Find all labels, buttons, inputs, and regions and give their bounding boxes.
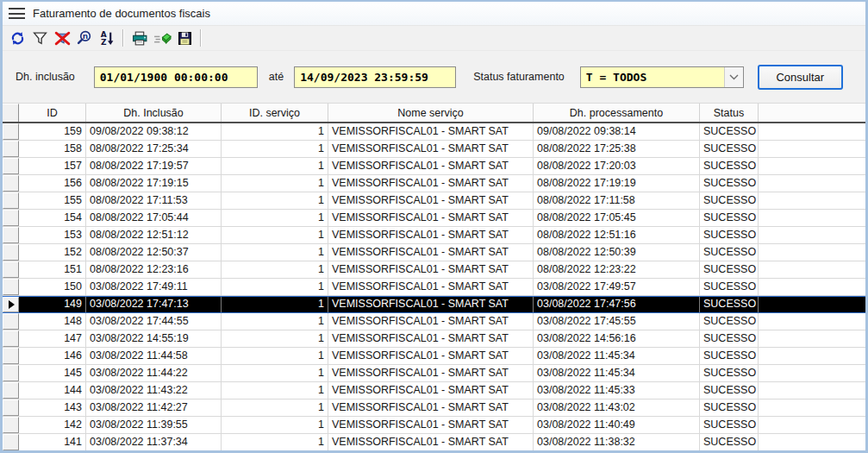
column-header[interactable]: Dh. processamento xyxy=(534,104,700,122)
grid-cell[interactable]: 03/08/2022 11:42:27 xyxy=(86,400,222,416)
grid-cell[interactable]: 09/08/2022 09:38:12 xyxy=(86,123,222,140)
grid-cell[interactable]: 1 xyxy=(222,382,328,399)
grid-cell[interactable]: VEMISSORFISCAL01 - SMART SAT xyxy=(328,297,534,312)
grid-cell[interactable]: 150 xyxy=(19,279,86,295)
table-row[interactable]: 15708/08/2022 17:19:571VEMISSORFISCAL01 … xyxy=(3,158,865,175)
grid-cell[interactable]: 08/08/2022 17:11:53 xyxy=(86,192,222,209)
grid-cell[interactable]: VEMISSORFISCAL01 - SMART SAT xyxy=(328,434,534,450)
grid-cell[interactable]: VEMISSORFISCAL01 - SMART SAT xyxy=(328,261,534,278)
grid-cell[interactable]: VEMISSORFISCAL01 - SMART SAT xyxy=(328,227,534,243)
grid-cell[interactable]: VEMISSORFISCAL01 - SMART SAT xyxy=(328,210,534,226)
filter-button[interactable] xyxy=(29,28,50,48)
grid-cell[interactable]: 03/08/2022 11:43:02 xyxy=(534,400,700,416)
consultar-button[interactable]: Consultar xyxy=(758,65,843,90)
grid-cell[interactable]: 153 xyxy=(19,227,86,243)
grid-cell[interactable]: SUCESSO xyxy=(700,227,759,243)
dh-inclusao-to-input[interactable]: 14/09/2023 23:59:59 xyxy=(294,66,456,88)
table-row[interactable]: 15608/08/2022 17:19:151VEMISSORFISCAL01 … xyxy=(3,175,865,192)
grid-cell[interactable]: 08/08/2022 17:19:19 xyxy=(534,175,700,192)
grid-cell[interactable]: 142 xyxy=(19,417,86,433)
grid-cell[interactable]: 08/08/2022 12:51:12 xyxy=(86,227,222,243)
grid-cell[interactable]: 1 xyxy=(222,123,328,140)
table-row[interactable]: 15208/08/2022 12:50:371VEMISSORFISCAL01 … xyxy=(3,244,865,261)
grid-cell[interactable]: 08/08/2022 17:05:45 xyxy=(534,210,700,226)
table-row[interactable]: 15808/08/2022 17:25:341VEMISSORFISCAL01 … xyxy=(3,141,865,158)
grid-cell[interactable]: SUCESSO xyxy=(700,382,759,399)
grid-cell[interactable]: 1 xyxy=(222,400,328,416)
table-row[interactable]: 15408/08/2022 17:05:441VEMISSORFISCAL01 … xyxy=(3,210,865,227)
column-header[interactable]: ID. serviço xyxy=(222,104,328,122)
column-header[interactable]: ID xyxy=(19,104,86,122)
grid-cell[interactable]: 1 xyxy=(222,279,328,295)
grid-cell[interactable]: SUCESSO xyxy=(700,417,759,433)
grid-cell[interactable]: 149 xyxy=(19,297,86,312)
grid-cell[interactable]: 1 xyxy=(222,313,328,330)
grid-cell[interactable]: 158 xyxy=(19,141,86,157)
grid-cell[interactable]: 03/08/2022 17:44:55 xyxy=(86,313,222,330)
grid-cell[interactable]: 154 xyxy=(19,210,86,226)
table-row[interactable]: 15508/08/2022 17:11:531VEMISSORFISCAL01 … xyxy=(3,192,865,210)
grid-cell[interactable]: 03/08/2022 17:49:11 xyxy=(86,279,222,295)
grid-cell[interactable]: SUCESSO xyxy=(700,123,759,140)
grid-cell[interactable]: SUCESSO xyxy=(700,365,759,381)
grid-cell[interactable]: 1 xyxy=(222,417,328,433)
table-row[interactable]: 15909/08/2022 09:38:121VEMISSORFISCAL01 … xyxy=(3,123,865,141)
grid-cell[interactable]: 145 xyxy=(19,365,86,381)
grid-cell[interactable]: 03/08/2022 14:56:16 xyxy=(534,330,700,347)
column-header[interactable]: Dh. Inclusão xyxy=(86,104,222,122)
grid-cell[interactable]: SUCESSO xyxy=(700,210,759,226)
grid-cell[interactable]: 1 xyxy=(222,261,328,278)
grid-cell[interactable]: 155 xyxy=(19,192,86,209)
table-row[interactable]: 14203/08/2022 11:39:551VEMISSORFISCAL01 … xyxy=(3,417,865,434)
find-button[interactable]: n xyxy=(74,28,95,48)
grid-cell[interactable]: SUCESSO xyxy=(700,297,759,312)
grid-cell[interactable]: VEMISSORFISCAL01 - SMART SAT xyxy=(328,175,534,192)
grid-cell[interactable]: 1 xyxy=(222,141,328,157)
grid-cell[interactable]: 1 xyxy=(222,158,328,174)
grid-cell[interactable]: 03/08/2022 11:40:49 xyxy=(534,417,700,433)
column-header[interactable]: Nome serviço xyxy=(328,104,534,122)
grid-cell[interactable]: 1 xyxy=(222,348,328,364)
print-button[interactable] xyxy=(129,28,150,48)
menu-icon[interactable] xyxy=(9,8,25,19)
grid-cell[interactable]: SUCESSO xyxy=(700,330,759,347)
grid-cell[interactable]: 08/08/2022 12:50:37 xyxy=(86,244,222,261)
grid-cell[interactable]: VEMISSORFISCAL01 - SMART SAT xyxy=(328,330,534,347)
grid-cell[interactable]: 08/08/2022 12:51:16 xyxy=(534,227,700,243)
table-row[interactable]: 15003/08/2022 17:49:111VEMISSORFISCAL01 … xyxy=(3,279,865,296)
grid-cell[interactable]: SUCESSO xyxy=(700,261,759,278)
grid-cell[interactable]: 03/08/2022 11:44:22 xyxy=(86,365,222,381)
grid-cell[interactable]: VEMISSORFISCAL01 - SMART SAT xyxy=(328,279,534,295)
grid-cell[interactable]: 03/08/2022 17:49:57 xyxy=(534,279,700,295)
table-row[interactable]: 15308/08/2022 12:51:121VEMISSORFISCAL01 … xyxy=(3,227,865,244)
grid-cell[interactable]: 08/08/2022 12:50:39 xyxy=(534,244,700,261)
grid-cell[interactable]: SUCESSO xyxy=(700,279,759,295)
grid-cell[interactable]: 08/08/2022 17:25:38 xyxy=(534,141,700,157)
grid-cell[interactable]: 141 xyxy=(19,434,86,450)
grid-cell[interactable]: 144 xyxy=(19,382,86,399)
grid-cell[interactable]: 143 xyxy=(19,400,86,416)
save-button[interactable] xyxy=(174,28,195,48)
table-row[interactable]: 14503/08/2022 11:44:221VEMISSORFISCAL01 … xyxy=(3,365,865,382)
grid-cell[interactable]: VEMISSORFISCAL01 - SMART SAT xyxy=(328,244,534,261)
table-row[interactable]: 14703/08/2022 14:55:191VEMISSORFISCAL01 … xyxy=(3,330,865,348)
grid-cell[interactable]: 1 xyxy=(222,210,328,226)
grid-cell[interactable]: 151 xyxy=(19,261,86,278)
grid-cell[interactable]: 03/08/2022 11:45:33 xyxy=(534,382,700,399)
grid-cell[interactable]: 08/08/2022 17:19:15 xyxy=(86,175,222,192)
status-faturamento-select[interactable]: T = TODOS xyxy=(580,66,744,88)
grid-cell[interactable]: 08/08/2022 17:25:34 xyxy=(86,141,222,157)
grid-cell[interactable]: 156 xyxy=(19,175,86,192)
grid-cell[interactable]: VEMISSORFISCAL01 - SMART SAT xyxy=(328,348,534,364)
table-row[interactable]: 14303/08/2022 11:42:271VEMISSORFISCAL01 … xyxy=(3,400,865,417)
grid-cell[interactable]: VEMISSORFISCAL01 - SMART SAT xyxy=(328,123,534,140)
grid-cell[interactable]: 1 xyxy=(222,330,328,347)
grid-cell[interactable]: 1 xyxy=(222,227,328,243)
grid-cell[interactable]: 148 xyxy=(19,313,86,330)
erase-button[interactable] xyxy=(152,28,172,48)
grid-cell[interactable]: 03/08/2022 11:38:32 xyxy=(534,434,700,450)
grid-cell[interactable]: 08/08/2022 17:20:03 xyxy=(534,158,700,174)
grid-cell[interactable]: SUCESSO xyxy=(700,434,759,450)
grid-cell[interactable]: 1 xyxy=(222,297,328,312)
grid-cell[interactable]: SUCESSO xyxy=(700,244,759,261)
